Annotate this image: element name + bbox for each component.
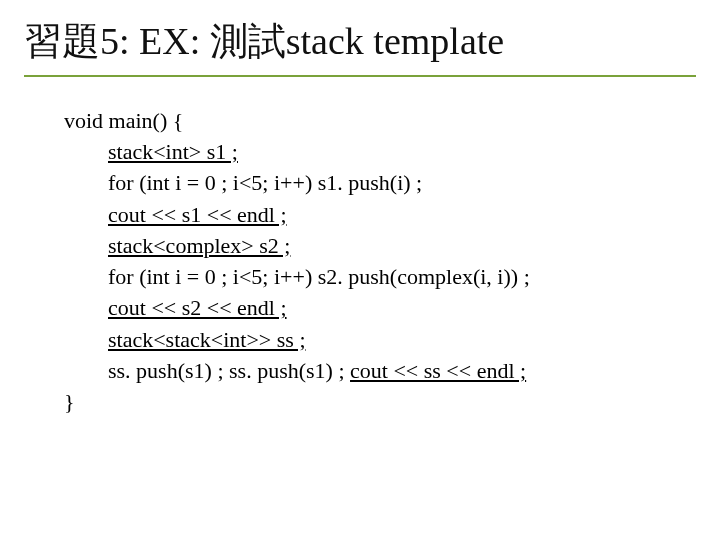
code-line: cout << s1 << endl ; <box>64 199 696 230</box>
code-underlined: stack<int> s1 ; <box>108 139 238 164</box>
code-underlined: stack<stack<int>> ss ; <box>108 327 306 352</box>
code-line: stack<complex> s2 ; <box>64 230 696 261</box>
slide-title: 習題5: EX: 測試stack template <box>24 10 696 77</box>
code-line: for (int i = 0 ; i<5; i++) s1. push(i) ; <box>64 167 696 198</box>
code-line: cout << s2 << endl ; <box>64 292 696 323</box>
code-line: void main() { <box>64 105 696 136</box>
code-line: stack<int> s1 ; <box>64 136 696 167</box>
code-block: void main() { stack<int> s1 ; for (int i… <box>24 105 696 417</box>
code-line: ss. push(s1) ; ss. push(s1) ; cout << ss… <box>64 355 696 386</box>
code-underlined: cout << ss << endl ; <box>350 358 526 383</box>
code-line: } <box>64 386 696 417</box>
code-underlined: cout << s1 << endl ; <box>108 202 287 227</box>
code-text: ss. push(s1) ; ss. push(s1) ; <box>108 358 350 383</box>
code-underlined: cout << s2 << endl ; <box>108 295 287 320</box>
slide: 習題5: EX: 測試stack template void main() { … <box>0 0 720 540</box>
code-underlined: stack<complex> s2 ; <box>108 233 290 258</box>
code-line: stack<stack<int>> ss ; <box>64 324 696 355</box>
code-line: for (int i = 0 ; i<5; i++) s2. push(comp… <box>64 261 696 292</box>
